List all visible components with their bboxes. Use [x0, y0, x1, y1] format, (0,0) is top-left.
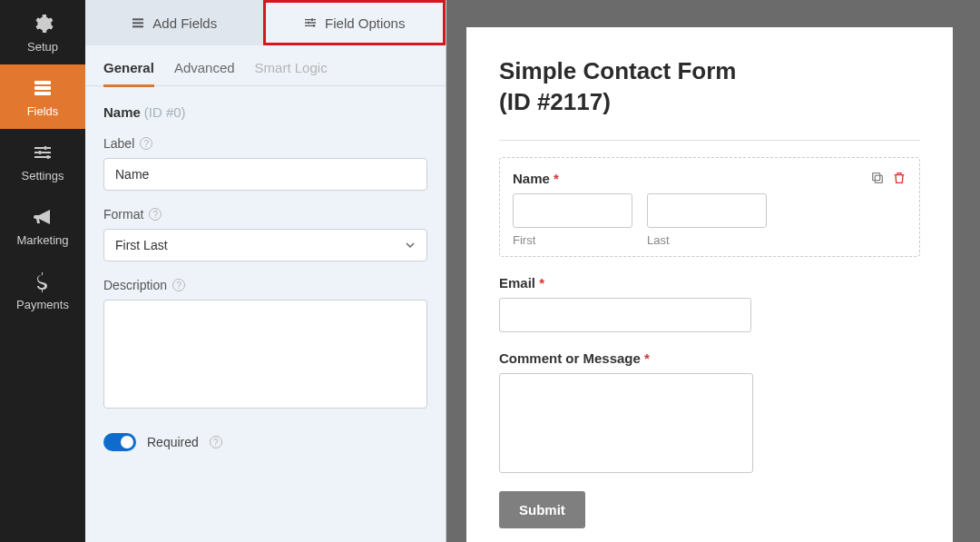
panel-body: Name (ID #0) Label ? Format ? First Last… [85, 86, 446, 469]
format-label: Format ? [103, 207, 162, 222]
nav-settings[interactable]: Settings [0, 129, 85, 193]
last-sublabel: Last [647, 233, 767, 247]
first-sublabel: First [513, 233, 632, 247]
format-select[interactable]: First Last [103, 229, 427, 261]
help-icon[interactable]: ? [210, 436, 222, 448]
list-icon [131, 15, 145, 30]
svg-point-11 [313, 25, 316, 27]
sub-tab-smart-logic[interactable]: Smart Logic [255, 60, 328, 85]
svg-rect-1 [34, 86, 51, 90]
nav-marketing[interactable]: Marketing [0, 193, 85, 258]
first-name-col: First [513, 193, 632, 247]
nav-label: Settings [22, 169, 64, 182]
sub-tab-general[interactable]: General [103, 60, 154, 87]
svg-point-4 [38, 151, 42, 154]
sliders-icon [303, 15, 318, 30]
required-asterisk: * [554, 171, 559, 186]
svg-rect-7 [132, 22, 143, 24]
gear-icon [32, 13, 54, 34]
nav-label: Payments [16, 298, 69, 311]
label-input[interactable] [103, 158, 427, 191]
help-icon[interactable]: ? [172, 279, 185, 291]
fields-icon [32, 77, 54, 99]
nav-label: Marketing [16, 233, 68, 247]
field-options-panel: Add Fields Field Options General Advance… [85, 0, 446, 542]
form-title: Simple Contact Form (ID #2117) [499, 56, 920, 118]
svg-point-9 [311, 18, 314, 21]
last-name-col: Last [647, 193, 767, 247]
preview-name-field[interactable]: Name * First Last [499, 157, 920, 257]
svg-point-10 [308, 22, 310, 25]
tab-add-fields[interactable]: Add Fields [85, 0, 263, 45]
divider [499, 140, 920, 141]
tab-field-options[interactable]: Field Options [263, 0, 446, 45]
description-group: Description ? [103, 278, 427, 411]
svg-rect-6 [132, 18, 143, 20]
required-asterisk: * [539, 275, 544, 291]
nav-payments[interactable]: Payments [0, 258, 85, 322]
nav-label: Fields [27, 104, 59, 118]
field-title: Name (ID #0) [103, 104, 427, 120]
label-label: Label ? [103, 136, 152, 151]
panel-top-tabs: Add Fields Field Options [85, 0, 446, 45]
preview-area: Simple Contact Form (ID #2117) Name * Fi… [446, 0, 980, 542]
required-toggle[interactable] [103, 433, 136, 451]
sliders-icon [32, 142, 54, 163]
field-name: Name [103, 104, 141, 120]
svg-rect-12 [875, 175, 882, 182]
field-label: Comment or Message * [499, 350, 920, 366]
required-row: Required ? [103, 433, 427, 451]
help-icon[interactable]: ? [140, 137, 152, 150]
main-nav-sidebar: Setup Fields Settings Marketing Payments [0, 0, 85, 542]
description-textarea[interactable] [103, 300, 427, 409]
nav-fields[interactable]: Fields [0, 64, 85, 129]
name-row: First Last [513, 193, 906, 247]
bullhorn-icon [32, 206, 54, 228]
svg-rect-13 [873, 172, 880, 180]
tab-label: Add Fields [152, 15, 217, 31]
dollar-icon [32, 271, 54, 292]
preview-card: Simple Contact Form (ID #2117) Name * Fi… [466, 27, 953, 542]
sub-tab-advanced[interactable]: Advanced [174, 60, 235, 85]
email-input[interactable] [499, 298, 751, 332]
svg-rect-2 [34, 92, 51, 95]
submit-button[interactable]: Submit [499, 491, 585, 528]
field-label: Name * [513, 171, 906, 186]
nav-label: Setup [27, 40, 58, 54]
trash-icon[interactable] [892, 171, 906, 188]
nav-setup[interactable]: Setup [0, 0, 85, 64]
field-id: (ID #0) [144, 104, 186, 120]
field-label: Email * [499, 275, 920, 291]
required-label: Required [147, 435, 199, 449]
preview-comment-field[interactable]: Comment or Message * [499, 350, 920, 473]
svg-point-3 [44, 146, 47, 150]
svg-point-5 [46, 155, 50, 159]
comment-textarea[interactable] [499, 373, 753, 473]
preview-email-field[interactable]: Email * [499, 275, 920, 332]
last-name-input[interactable] [647, 193, 767, 228]
format-group: Format ? First Last [103, 207, 427, 261]
label-group: Label ? [103, 136, 427, 191]
help-icon[interactable]: ? [149, 208, 162, 221]
tab-label: Field Options [325, 15, 405, 31]
field-actions [870, 171, 906, 188]
duplicate-icon[interactable] [870, 171, 885, 188]
sub-tabs: General Advanced Smart Logic [85, 45, 446, 86]
first-name-input[interactable] [513, 193, 632, 228]
required-asterisk: * [644, 350, 650, 366]
svg-rect-8 [132, 25, 143, 27]
description-label: Description ? [103, 278, 185, 292]
svg-rect-0 [34, 81, 51, 84]
